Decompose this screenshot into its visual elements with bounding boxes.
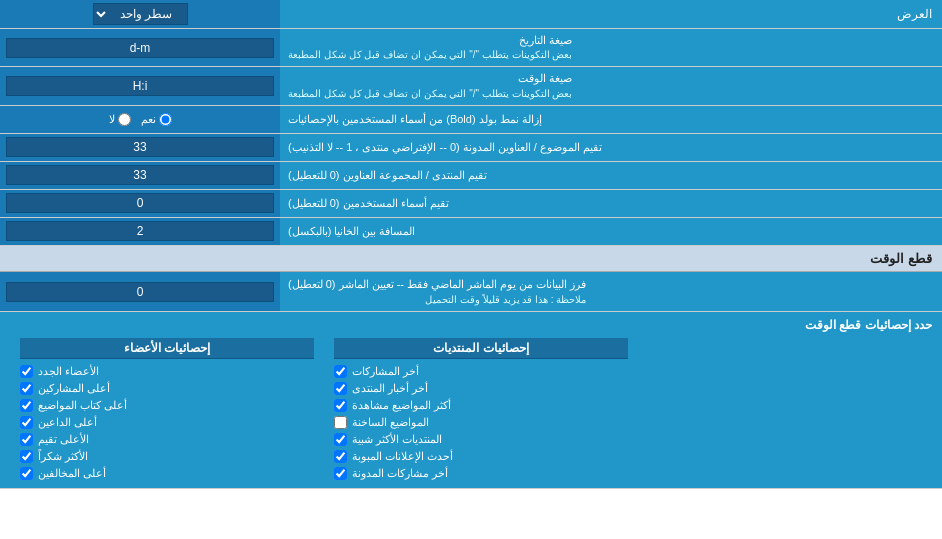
bold-remove-radio-wrapper: نعم لا: [0, 106, 280, 133]
stats-members-title: إحصائيات الأعضاء: [20, 338, 314, 359]
stats-item-mem-5-checkbox[interactable]: [20, 450, 33, 463]
stats-item-post-0-checkbox[interactable]: [334, 365, 347, 378]
display-label: العرض: [280, 3, 942, 25]
stats-item-mem-0-checkbox[interactable]: [20, 365, 33, 378]
stats-item-mem-3: أعلى الداعين: [20, 414, 314, 431]
stats-item-mem-1: أعلى المشاركين: [20, 380, 314, 397]
stats-item-post-4: المنتديات الأكثر شبية: [334, 431, 628, 448]
stats-item-post-3: المواضيع الساخنة: [334, 414, 628, 431]
topic-order-label: تقيم الموضوع / العناوين المدونة (0 -- ال…: [280, 134, 942, 161]
bold-remove-no-text: لا: [109, 113, 115, 126]
display-row: العرض سطر واحد سطرين ثلاثة أسطر: [0, 0, 942, 29]
stats-posts-title: إحصائيات المنتديات: [334, 338, 628, 359]
stats-item-mem-2-checkbox[interactable]: [20, 399, 33, 412]
stats-container: حدد إحصائيات قطع الوقت إحصائيات المنتديا…: [0, 312, 942, 489]
stats-item-post-5: أحدث الإعلانات المبوبة: [334, 448, 628, 465]
stats-columns: إحصائيات المنتديات أخر المشاركات أخر أخب…: [10, 338, 932, 482]
date-format-input-wrapper: [0, 29, 280, 66]
bold-remove-row: إزالة نمط بولد (Bold) من أسماء المستخدمي…: [0, 106, 942, 134]
gap-label: المسافة بين الخانيا (بالبكسل): [280, 218, 942, 245]
stats-item-mem-0: الأعضاء الجدد: [20, 363, 314, 380]
stats-item-mem-6: أعلى المخالفين: [20, 465, 314, 482]
bold-remove-no-radio[interactable]: [118, 113, 131, 126]
stats-item-post-4-checkbox[interactable]: [334, 433, 347, 446]
cutoff-label: فرز البيانات من يوم الماشر الماضي فقط --…: [280, 272, 942, 312]
topic-order-input[interactable]: [6, 137, 274, 157]
gap-row: المسافة بين الخانيا (بالبكسل): [0, 218, 942, 246]
gap-input[interactable]: [6, 221, 274, 241]
cutoff-label-line2: ملاحظة : هذا قد يزيد قليلاً وقت التحميل: [288, 292, 586, 307]
users-order-label: تقيم أسماء المستخدمين (0 للتعطيل): [280, 190, 942, 217]
stats-item-post-6: أخر مشاركات المدونة: [334, 465, 628, 482]
stats-item-mem-2-label: أعلى كتاب المواضيع: [38, 399, 127, 412]
bold-remove-yes-text: نعم: [141, 113, 156, 126]
cutoff-input[interactable]: [6, 282, 274, 302]
cutoff-row: فرز البيانات من يوم الماشر الماضي فقط --…: [0, 272, 942, 313]
stats-item-post-2-checkbox[interactable]: [334, 399, 347, 412]
stats-item-mem-3-label: أعلى الداعين: [38, 416, 97, 429]
stats-posts-col: إحصائيات المنتديات أخر المشاركات أخر أخب…: [324, 338, 638, 482]
stats-header-row: حدد إحصائيات قطع الوقت: [10, 318, 932, 332]
cutoff-input-wrapper: [0, 272, 280, 312]
stats-empty: [638, 338, 932, 482]
stats-item-post-0-label: أخر المشاركات: [352, 365, 419, 378]
bold-remove-yes-radio[interactable]: [159, 113, 172, 126]
stats-item-post-1: أخر أخبار المنتدى: [334, 380, 628, 397]
stats-item-post-1-label: أخر أخبار المنتدى: [352, 382, 428, 395]
stats-header-label: حدد إحصائيات قطع الوقت: [10, 318, 932, 332]
stats-item-post-6-checkbox[interactable]: [334, 467, 347, 480]
stats-item-post-5-label: أحدث الإعلانات المبوبة: [352, 450, 453, 463]
stats-item-post-4-label: المنتديات الأكثر شبية: [352, 433, 442, 446]
stats-item-mem-3-checkbox[interactable]: [20, 416, 33, 429]
stats-item-mem-1-checkbox[interactable]: [20, 382, 33, 395]
time-format-row: صيغة الوقت بعض التكوينات يتطلب "/" التي …: [0, 67, 942, 105]
stats-item-mem-4-label: الأعلى تقيم: [38, 433, 89, 446]
bold-remove-no-label[interactable]: لا: [109, 113, 131, 126]
time-format-input[interactable]: [6, 76, 274, 96]
bold-remove-radio-group: نعم لا: [109, 113, 172, 126]
stats-item-mem-4-checkbox[interactable]: [20, 433, 33, 446]
forum-order-label: تقيم المنتدى / المجموعة العناوين (0 للتع…: [280, 162, 942, 189]
stats-item-post-3-label: المواضيع الساخنة: [352, 416, 429, 429]
bold-remove-label: إزالة نمط بولد (Bold) من أسماء المستخدمي…: [280, 106, 942, 133]
users-order-input[interactable]: [6, 193, 274, 213]
topic-order-row: تقيم الموضوع / العناوين المدونة (0 -- ال…: [0, 134, 942, 162]
stats-item-mem-5: الأكثر شكراً: [20, 448, 314, 465]
stats-item-mem-0-label: الأعضاء الجدد: [38, 365, 99, 378]
stats-members-col: إحصائيات الأعضاء الأعضاء الجدد أعلى المش…: [10, 338, 324, 482]
main-container: العرض سطر واحد سطرين ثلاثة أسطر صيغة الت…: [0, 0, 942, 489]
bold-remove-yes-label[interactable]: نعم: [141, 113, 172, 126]
cutoff-section-header: قطع الوقت: [0, 246, 942, 272]
stats-item-post-3-checkbox[interactable]: [334, 416, 347, 429]
stats-item-post-5-checkbox[interactable]: [334, 450, 347, 463]
users-order-input-wrapper: [0, 190, 280, 217]
display-select[interactable]: سطر واحد سطرين ثلاثة أسطر: [93, 3, 188, 25]
stats-item-post-2: أكثر المواضيع مشاهدة: [334, 397, 628, 414]
forum-order-row: تقيم المنتدى / المجموعة العناوين (0 للتع…: [0, 162, 942, 190]
stats-item-mem-2: أعلى كتاب المواضيع: [20, 397, 314, 414]
stats-item-post-0: أخر المشاركات: [334, 363, 628, 380]
cutoff-label-line1: فرز البيانات من يوم الماشر الماضي فقط --…: [288, 276, 586, 293]
date-format-label: صيغة التاريخ بعض التكوينات يتطلب "/" الت…: [280, 29, 942, 66]
stats-item-mem-1-label: أعلى المشاركين: [38, 382, 110, 395]
time-format-label: صيغة الوقت بعض التكوينات يتطلب "/" التي …: [280, 67, 942, 104]
stats-item-mem-4: الأعلى تقيم: [20, 431, 314, 448]
date-format-row: صيغة التاريخ بعض التكوينات يتطلب "/" الت…: [0, 29, 942, 67]
display-select-wrapper: سطر واحد سطرين ثلاثة أسطر: [0, 0, 280, 28]
gap-input-wrapper: [0, 218, 280, 245]
stats-item-mem-6-label: أعلى المخالفين: [38, 467, 106, 480]
time-format-input-wrapper: [0, 67, 280, 104]
date-format-input[interactable]: [6, 38, 274, 58]
forum-order-input-wrapper: [0, 162, 280, 189]
stats-item-post-6-label: أخر مشاركات المدونة: [352, 467, 448, 480]
topic-order-input-wrapper: [0, 134, 280, 161]
stats-item-mem-6-checkbox[interactable]: [20, 467, 33, 480]
users-order-row: تقيم أسماء المستخدمين (0 للتعطيل): [0, 190, 942, 218]
stats-item-post-2-label: أكثر المواضيع مشاهدة: [352, 399, 451, 412]
forum-order-input[interactable]: [6, 165, 274, 185]
stats-item-mem-5-label: الأكثر شكراً: [38, 450, 88, 463]
stats-item-post-1-checkbox[interactable]: [334, 382, 347, 395]
